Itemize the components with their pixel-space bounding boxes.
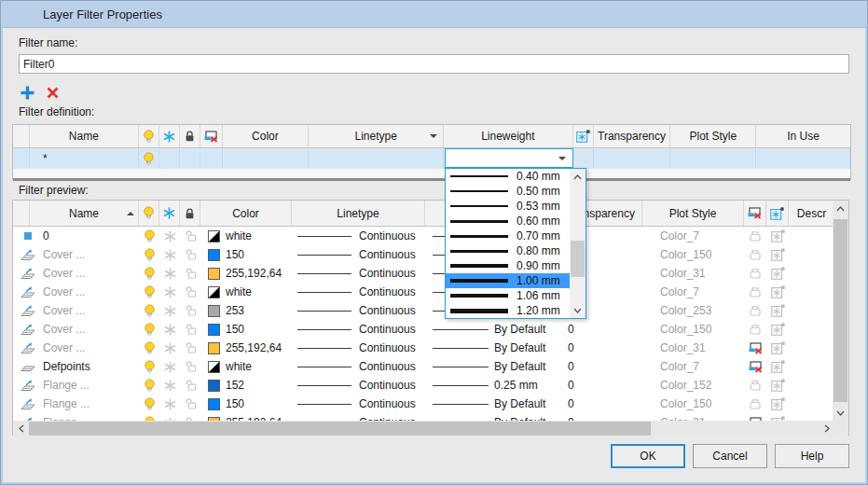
layer-new-vp-freeze-cell[interactable] [744, 283, 766, 301]
layer-on-cell[interactable] [139, 339, 159, 357]
layer-on-cell[interactable] [139, 245, 159, 264]
layer-linetype-cell[interactable]: Continuous [292, 339, 425, 357]
layer-lock-cell[interactable] [180, 264, 200, 283]
layer-plot-style-cell[interactable]: Color_152 [642, 376, 744, 395]
layer-lineweight-cell[interactable]: By Default [425, 339, 560, 357]
layer-linetype-cell[interactable]: Continuous [292, 376, 425, 395]
delete-filter-button[interactable] [43, 83, 62, 102]
dropdown-scrollbar[interactable] [570, 169, 586, 318]
layer-plot-style-cell[interactable]: Color_7 [642, 357, 744, 376]
column-header-name[interactable]: Name [30, 201, 139, 226]
layer-row[interactable]: Cover ... 255,192,64ContinuousBy Default… [13, 339, 834, 357]
color-swatch[interactable] [208, 286, 220, 298]
layer-lineweight-cell[interactable]: 0.25 mm [425, 376, 560, 395]
layer-color-cell[interactable]: 255,192,64 [200, 413, 292, 421]
column-header-plot-style[interactable]: Plot Style [642, 201, 744, 226]
layer-on-cell[interactable] [139, 227, 159, 245]
lineweight-option[interactable]: 0.70 mm [446, 229, 570, 243]
layer-lock-cell[interactable] [180, 339, 200, 357]
layer-name-cell[interactable]: Cover ... [43, 320, 139, 339]
layer-lineweight-cell[interactable]: By Default [425, 357, 560, 376]
layer-name-cell[interactable]: Flange ... [43, 395, 139, 413]
layer-new-vp-freeze-cell[interactable] [744, 339, 766, 357]
scroll-down-button[interactable] [570, 302, 586, 318]
layer-vp-freeze-cell[interactable] [766, 339, 789, 357]
lineweight-option[interactable]: 0.90 mm [446, 258, 570, 273]
scroll-up-button[interactable] [833, 201, 848, 216]
layer-lock-cell[interactable] [180, 413, 200, 421]
layer-vp-freeze-cell[interactable] [766, 283, 789, 301]
layer-freeze-cell[interactable] [159, 357, 180, 376]
layer-name-cell[interactable]: Defpoints [43, 357, 139, 376]
layer-new-vp-freeze-cell[interactable] [744, 357, 766, 376]
layer-vp-freeze-cell[interactable] [766, 376, 789, 395]
layer-lineweight-cell[interactable]: By Default [425, 413, 560, 421]
layer-color-cell[interactable]: 255,192,64 [200, 264, 292, 283]
layer-vp-freeze-cell[interactable] [766, 413, 789, 421]
lineweight-option[interactable]: 0.60 mm [446, 214, 570, 229]
layer-name-cell[interactable]: Cover ... [43, 264, 139, 283]
column-header-new-vp-freeze[interactable] [200, 125, 223, 147]
cancel-button[interactable]: Cancel [693, 444, 767, 468]
layer-transparency-cell[interactable]: 0 [560, 320, 642, 339]
column-header-in-use[interactable]: In Use [756, 125, 850, 147]
layer-color-cell[interactable]: 150 [200, 320, 292, 339]
layer-new-vp-freeze-cell[interactable] [744, 395, 766, 413]
column-header-linetype[interactable]: Linetype [309, 125, 444, 147]
layer-on-cell[interactable] [139, 320, 159, 339]
layer-linetype-cell[interactable]: Continuous [292, 320, 425, 339]
layer-new-vp-freeze-cell[interactable] [744, 413, 766, 421]
layer-transparency-cell[interactable]: 0 [560, 395, 642, 413]
layer-plot-style-cell[interactable]: Color_31 [642, 264, 744, 283]
layer-new-vp-freeze-cell[interactable] [744, 301, 766, 320]
definition-lock-cell[interactable] [180, 148, 200, 169]
layer-plot-style-cell[interactable]: Color_7 [642, 227, 744, 245]
column-header-color[interactable]: Color [223, 125, 310, 147]
layer-row[interactable]: Defpoints whiteContinuousBy Default0Colo… [13, 357, 834, 376]
layer-color-cell[interactable]: 150 [200, 245, 292, 264]
column-header-linetype[interactable]: Linetype [292, 201, 425, 226]
scroll-left-button[interactable] [13, 421, 29, 436]
layer-vp-freeze-cell[interactable] [766, 301, 789, 320]
title-bar[interactable]: Layer Filter Properties [1, 1, 867, 28]
definition-freeze-cell[interactable] [159, 148, 180, 169]
scroll-down-button[interactable] [833, 405, 848, 421]
layer-freeze-cell[interactable] [159, 283, 180, 301]
layer-linetype-cell[interactable]: Continuous [292, 227, 425, 245]
layer-linetype-cell[interactable]: Continuous [292, 301, 425, 320]
definition-in-use-cell[interactable] [756, 148, 850, 169]
layer-on-cell[interactable] [139, 301, 159, 320]
layer-on-cell[interactable] [139, 395, 159, 413]
column-header-name[interactable]: Name [30, 125, 139, 147]
definition-linetype-cell[interactable] [309, 148, 444, 169]
layer-row[interactable]: Cover ... 150ContinuousBy Default0Color_… [13, 320, 834, 339]
layer-on-cell[interactable] [139, 413, 159, 421]
layer-name-cell[interactable]: Flange ... [43, 376, 139, 395]
column-header-new-vp-freeze[interactable] [744, 201, 766, 226]
layer-linetype-cell[interactable]: Continuous [292, 283, 425, 301]
layer-color-cell[interactable]: white [200, 227, 292, 245]
layer-freeze-cell[interactable] [159, 301, 180, 320]
column-header-on[interactable] [139, 125, 159, 147]
layer-name-cell[interactable]: Cover ... [43, 283, 139, 301]
layer-plot-style-cell[interactable]: Color_150 [642, 395, 744, 413]
column-header-lineweight[interactable]: Lineweight [444, 125, 573, 147]
lineweight-option[interactable]: 0.40 mm [446, 169, 570, 184]
layer-vp-freeze-cell[interactable] [766, 227, 789, 245]
layer-row[interactable]: Cover ... 255,192,64ContinuousBy Default… [13, 264, 834, 283]
layer-name-cell[interactable]: Flange ... [43, 413, 139, 421]
layer-plot-style-cell[interactable]: Color_253 [642, 301, 744, 320]
layer-plot-style-cell[interactable]: Color_7 [642, 283, 744, 301]
color-swatch[interactable] [208, 342, 220, 354]
layer-plot-style-cell[interactable]: Color_150 [642, 245, 744, 264]
layer-color-cell[interactable]: white [200, 283, 292, 301]
layer-plot-style-cell[interactable]: Color_150 [642, 320, 744, 339]
definition-row[interactable]: * [13, 148, 850, 169]
layer-new-vp-freeze-cell[interactable] [744, 227, 766, 245]
layer-row[interactable]: Cover ... whiteContinuousBy Default0Colo… [13, 283, 834, 301]
layer-lock-cell[interactable] [180, 227, 200, 245]
layer-on-cell[interactable] [139, 283, 159, 301]
layer-color-cell[interactable]: white [200, 357, 292, 376]
layer-vp-freeze-cell[interactable] [766, 264, 789, 283]
layer-row[interactable]: Flange ... 150ContinuousBy Default0Color… [13, 395, 834, 413]
